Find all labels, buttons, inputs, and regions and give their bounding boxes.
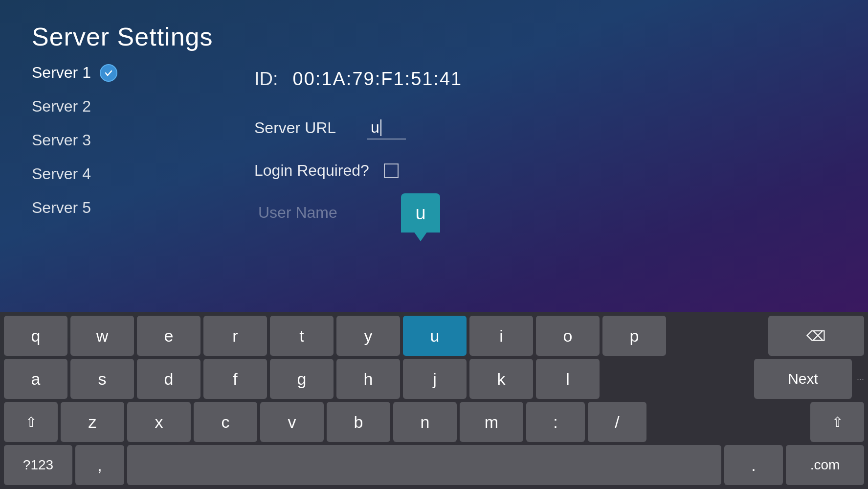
key-x[interactable]: x	[127, 402, 191, 442]
key-space[interactable]	[127, 445, 721, 485]
server-url-value: u	[371, 118, 379, 137]
id-value: 00:1A:79:F1:51:41	[293, 69, 463, 90]
server-url-row: Server URL u	[254, 116, 839, 140]
key-b[interactable]: b	[327, 402, 390, 442]
keyboard-row-2: a s d f g h j k l Next ···	[4, 359, 864, 399]
login-required-row: Login Required?	[254, 162, 839, 180]
key-n[interactable]: n	[393, 402, 457, 442]
key-a[interactable]: a	[4, 359, 67, 399]
id-row: ID: 00:1A:79:F1:51:41	[254, 69, 839, 90]
key-p[interactable]: p	[602, 316, 666, 356]
key-o[interactable]: o	[536, 316, 600, 356]
key-h[interactable]: h	[336, 359, 400, 399]
text-cursor	[380, 119, 381, 136]
server3-label: Server 3	[32, 131, 91, 149]
key-i[interactable]: i	[469, 316, 533, 356]
key-dotcom[interactable]: .com	[786, 445, 864, 485]
key-e[interactable]: e	[137, 316, 200, 356]
sidebar-item-server3[interactable]: Server 3	[32, 131, 117, 149]
server5-label: Server 5	[32, 199, 91, 217]
login-required-checkbox[interactable]	[384, 163, 399, 178]
key-r[interactable]: r	[203, 316, 267, 356]
key-backspace[interactable]: ⌫	[768, 316, 865, 356]
key-u[interactable]: u	[403, 316, 467, 356]
key-f[interactable]: f	[203, 359, 267, 399]
server-url-label: Server URL	[254, 119, 352, 137]
server4-label: Server 4	[32, 165, 91, 183]
keyboard-row-1: q w e r t y u i o p ⌫	[4, 316, 864, 356]
key-k[interactable]: k	[469, 359, 533, 399]
key-l[interactable]: l	[536, 359, 600, 399]
login-required-label: Login Required?	[254, 162, 369, 180]
username-placeholder[interactable]: User Name	[254, 202, 341, 224]
dots-indicator: ···	[855, 374, 864, 384]
sidebar-item-server1[interactable]: Server 1	[32, 64, 117, 82]
key-period[interactable]: .	[724, 445, 783, 485]
key-c[interactable]: c	[194, 402, 257, 442]
server2-label: Server 2	[32, 97, 91, 116]
key-popup: u	[401, 193, 440, 233]
keyboard-row-3: ⇧ z x c v b n m : / ⇧	[4, 402, 864, 442]
server-sidebar: Server 1 Server 2 Server 3 Server 4 Serv…	[32, 64, 117, 217]
key-colon[interactable]: :	[526, 402, 585, 442]
key-w[interactable]: w	[70, 316, 134, 356]
server1-checkmark	[100, 64, 117, 82]
server-url-input[interactable]: u	[367, 116, 406, 140]
sidebar-item-server2[interactable]: Server 2	[32, 97, 117, 116]
key-comma[interactable]: ,	[75, 445, 124, 485]
key-shift-right[interactable]: ⇧	[810, 402, 864, 442]
server1-label: Server 1	[32, 64, 91, 82]
key-shift-left[interactable]: ⇧	[4, 402, 58, 442]
key-q[interactable]: q	[4, 316, 67, 356]
key-v[interactable]: v	[260, 402, 324, 442]
main-content: ID: 00:1A:79:F1:51:41 Server URL u Login…	[254, 69, 839, 246]
page-title: Server Settings	[32, 22, 213, 51]
key-y[interactable]: y	[336, 316, 400, 356]
key-j[interactable]: j	[403, 359, 467, 399]
sidebar-item-server5[interactable]: Server 5	[32, 199, 117, 217]
key-g[interactable]: g	[270, 359, 334, 399]
key-123[interactable]: ?123	[4, 445, 72, 485]
id-label: ID:	[254, 69, 278, 90]
next-button[interactable]: Next	[754, 359, 852, 399]
keyboard: q w e r t y u i o p ⌫ a s d f g h j k l …	[0, 312, 868, 489]
key-d[interactable]: d	[137, 359, 200, 399]
key-z[interactable]: z	[61, 402, 124, 442]
key-t[interactable]: t	[270, 316, 334, 356]
sidebar-item-server4[interactable]: Server 4	[32, 165, 117, 183]
key-slash[interactable]: /	[588, 402, 646, 442]
keyboard-row-4: ?123 , . .com	[4, 445, 864, 485]
key-s[interactable]: s	[70, 359, 134, 399]
username-row: User Name	[254, 202, 839, 224]
key-m[interactable]: m	[460, 402, 523, 442]
